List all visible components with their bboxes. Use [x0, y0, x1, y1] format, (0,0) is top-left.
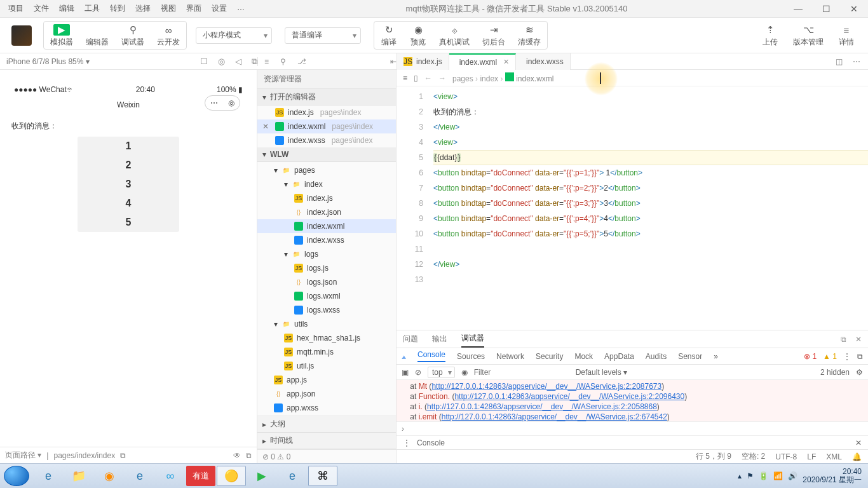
notification-icon[interactable]: 🔔 [852, 452, 862, 461]
list-icon[interactable]: ≡ [264, 57, 269, 66]
folder-node[interactable]: ▾ 📁utils [257, 317, 396, 331]
levels-select[interactable]: Default levels ▾ [576, 368, 627, 377]
file-node[interactable]: index.wxml [257, 219, 396, 233]
devtools-tab-mock[interactable]: Mock [574, 352, 593, 361]
console-drawer-label[interactable]: Console [417, 438, 445, 447]
file-node[interactable]: JSmqtt.min.js [257, 345, 396, 359]
file-node[interactable]: JSindex.js [257, 191, 396, 205]
tray-clock[interactable]: 20:40 2020/9/21 星期一 [803, 468, 862, 484]
editor-tab-index.wxml[interactable]: index.wxml✕ [449, 53, 516, 70]
toolbtn-right-1[interactable]: ⌥版本管理 [787, 22, 830, 49]
outline-toggle-icon[interactable]: ≡ [403, 74, 407, 83]
tray-up-icon[interactable]: ▴ [738, 471, 742, 480]
file-node[interactable]: app.wxss [257, 401, 396, 415]
file-node[interactable]: JSutil.js [257, 359, 396, 373]
devtools-tab-appdata[interactable]: AppData [604, 352, 634, 361]
menu-item[interactable]: 工具 [80, 1, 104, 16]
menu-item[interactable]: 转到 [105, 1, 130, 16]
eye-settings-icon[interactable]: ◉ [461, 368, 468, 377]
tray-icon[interactable]: 📶 [773, 471, 783, 480]
toolbtn-right-2[interactable]: ≡详情 [830, 22, 863, 49]
record-icon[interactable]: ◎ [218, 57, 225, 66]
mute-icon[interactable]: ☐ [200, 57, 208, 66]
devtools-menu-icon[interactable]: ⋮ [843, 352, 851, 361]
clear-console-icon[interactable]: ⊘ [415, 368, 421, 377]
eol[interactable]: LF [807, 452, 816, 461]
menu-item[interactable]: 设置 [207, 1, 231, 16]
sim-button[interactable]: 1 [78, 137, 179, 156]
avatar[interactable] [11, 25, 32, 46]
outline-section[interactable]: ▸大纲 [257, 416, 396, 433]
toolbtn-mid-3[interactable]: ⇥切后台 [476, 22, 512, 49]
open-editor-item[interactable]: index.wxsspages\index [257, 133, 396, 147]
open-editors-section[interactable]: ▾打开的编辑器 [257, 89, 396, 105]
compile-select[interactable]: 普通编译 [285, 27, 361, 44]
tray-icon[interactable]: 🔊 [788, 471, 797, 480]
cut-icon[interactable]: ◁ [235, 57, 241, 66]
problems-status[interactable]: ⊘ 0 ⚠ 0 [257, 449, 396, 463]
tab-output[interactable]: 输出 [432, 331, 447, 347]
bookmark-icon[interactable]: ▯ [414, 74, 418, 83]
tab-debugger[interactable]: 调试器 [461, 330, 484, 348]
drawer-close-icon[interactable]: ✕ [855, 438, 862, 447]
menu-item[interactable]: 选择 [131, 1, 155, 16]
window-minimize-button[interactable]: — [784, 0, 812, 18]
inspect-icon[interactable]: ⟁ [402, 352, 406, 361]
detach-sim-icon[interactable]: ⧉ [246, 451, 252, 460]
toolbtn-mid-1[interactable]: ◉预览 [403, 22, 433, 49]
toolbtn-right-0[interactable]: ⇡上传 [754, 22, 787, 49]
file-node[interactable]: JSlogs.js [257, 261, 396, 275]
devtools-detach-icon[interactable]: ⧉ [857, 352, 863, 361]
warning-badge[interactable]: ▲ 1 [823, 352, 837, 361]
menu-item[interactable]: 项目 [4, 1, 28, 16]
device-select[interactable]: iPhone 6/7/8 Plus 85% ▾ [6, 57, 90, 66]
taskbar-ie-icon[interactable]: e [34, 466, 63, 486]
sim-button[interactable]: 3 [78, 175, 179, 194]
context-select[interactable]: top [428, 367, 455, 378]
toolbtn-main-0[interactable]: ▶模拟器 [44, 22, 79, 49]
close-tab-icon[interactable]: ✕ [503, 58, 509, 66]
devtools-tab-sources[interactable]: Sources [457, 352, 485, 361]
project-section[interactable]: ▾WLW [257, 147, 396, 162]
console-drawer-icon[interactable]: ⋮ [403, 438, 410, 447]
taskbar-video-icon[interactable]: ▶ [247, 466, 276, 486]
taskbar-terminal-icon[interactable]: ⌘ [308, 466, 337, 486]
sim-button[interactable]: 4 [78, 194, 179, 213]
file-node[interactable]: logs.wxss [257, 303, 396, 317]
file-node[interactable]: {}logs.json [257, 275, 396, 289]
collapse-icon[interactable]: ⇤ [390, 57, 397, 66]
tab-problems[interactable]: 问题 [403, 331, 418, 347]
eye-icon[interactable]: 👁 [233, 451, 241, 460]
taskbar-edge-icon[interactable]: e [125, 466, 154, 486]
menu-item[interactable]: 视图 [156, 1, 180, 16]
open-editor-item[interactable]: JSindex.jspages\index [257, 105, 396, 119]
toolbtn-main-2[interactable]: ⚲调试器 [115, 22, 151, 49]
taskbar-media-icon[interactable]: ◉ [95, 466, 124, 486]
file-node[interactable]: {}app.json [257, 387, 396, 401]
devtools-tab-sensor[interactable]: Sensor [678, 352, 702, 361]
toolbtn-mid-2[interactable]: ⟐真机调试 [433, 22, 476, 49]
more-editor-icon[interactable]: ⋯ [853, 57, 860, 66]
hidden-count[interactable]: 2 hidden [820, 368, 850, 377]
indent-setting[interactable]: 空格: 2 [742, 451, 765, 462]
search-icon[interactable]: ⚲ [280, 57, 286, 66]
toolbtn-mid-0[interactable]: ↻编译 [374, 22, 403, 49]
panel-close-icon[interactable]: ✕ [855, 335, 862, 344]
split-editor-icon[interactable]: ◫ [836, 57, 843, 66]
encoding[interactable]: UTF-8 [775, 452, 797, 461]
error-badge[interactable]: ⊗ 1 [804, 352, 817, 361]
nav-back-icon[interactable]: ← [424, 74, 432, 83]
editor-tab-index.wxss[interactable]: index.wxss [516, 53, 571, 70]
editor-tab-index.js[interactable]: JSindex.js [397, 53, 449, 70]
tray-icon[interactable]: 🔋 [759, 471, 768, 480]
console-settings-icon[interactable]: ⚙ [856, 368, 863, 377]
folder-node[interactable]: ▾ 📁logs [257, 247, 396, 261]
file-node[interactable]: JSapp.js [257, 373, 396, 387]
page-path-label[interactable]: 页面路径 ▾ [5, 450, 41, 461]
devtools-tab-security[interactable]: Security [536, 352, 563, 361]
window-maximize-button[interactable]: ☐ [812, 0, 840, 18]
taskbar-ie2-icon[interactable]: e [278, 466, 307, 486]
nav-fwd-icon[interactable]: → [438, 74, 446, 83]
cursor-position[interactable]: 行 5，列 9 [696, 451, 731, 462]
filter-input[interactable] [474, 368, 569, 377]
